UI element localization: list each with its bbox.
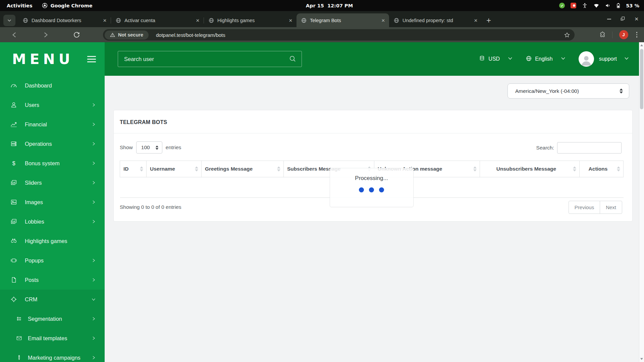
sidebar-item-bonus-system[interactable]: $ Bonus system — [0, 154, 105, 173]
tab-close-icon[interactable]: ✕ — [289, 18, 292, 23]
tab-close-icon[interactable]: ✕ — [103, 18, 107, 23]
browser-menu-icon[interactable] — [635, 32, 639, 38]
sidebar-item-lobbies[interactable]: Lobbies — [0, 212, 105, 231]
sidebar-item-label: Operations — [25, 141, 52, 147]
sidebar-item-dashboard[interactable]: Dashboard — [0, 76, 105, 95]
scroll-up-icon[interactable] — [640, 44, 643, 46]
profile-avatar[interactable]: J — [619, 30, 628, 39]
target-icon — [10, 296, 17, 303]
sort-icon — [277, 167, 280, 172]
minimize-icon[interactable] — [607, 19, 611, 19]
battery-icon — [616, 3, 620, 8]
tab-close-icon[interactable]: ✕ — [381, 18, 385, 23]
sidebar-item-label: Users — [25, 102, 39, 108]
column-header-unsubscribers-message[interactable]: Unsubscribers Message — [480, 161, 580, 177]
security-label: Not secure — [118, 32, 143, 38]
header-right: USD English support — [479, 42, 629, 76]
sort-icon — [195, 167, 198, 172]
app-header: USD English support — [105, 42, 644, 76]
image-icon — [10, 198, 17, 206]
sidebar-item-label: Financial — [25, 121, 47, 128]
hamburger-icon[interactable] — [87, 56, 96, 62]
clock[interactable]: Apr 15 12:07 PM — [306, 3, 353, 8]
battery-percent-label: 53 % — [626, 3, 639, 8]
loading-dots-icon — [330, 187, 413, 192]
search-user-input[interactable] — [118, 51, 302, 67]
table-search-control: Search: — [536, 142, 622, 154]
back-icon[interactable] — [11, 31, 18, 39]
search-icon[interactable] — [289, 55, 297, 64]
sidebar-item-sliders[interactable]: Sliders — [0, 173, 105, 192]
sidebar-item-label: Popups — [25, 257, 44, 264]
currency-selector[interactable]: USD — [479, 55, 513, 63]
column-header-greetings-message[interactable]: Greetings Message — [202, 161, 284, 177]
column-header-actions[interactable]: Actions — [580, 161, 624, 177]
sidebar-item-images[interactable]: Images — [0, 192, 105, 212]
sidebar-logo-row: MENU — [0, 42, 105, 76]
active-app-menu[interactable]: Google Chrome — [42, 3, 93, 8]
globe-favicon — [116, 18, 121, 23]
page-length-select[interactable]: 100 — [136, 141, 162, 154]
sidebar-item-email-templates[interactable]: Email templates — [0, 328, 105, 348]
restore-icon[interactable] — [621, 16, 625, 22]
timezone-select[interactable]: America/New_York (-04:00) — [507, 83, 629, 99]
app-logo[interactable]: MENU — [12, 51, 74, 67]
tab-highlights-games[interactable]: Highlights games ✕ — [204, 13, 297, 27]
extensions-icon[interactable] — [599, 31, 605, 39]
reload-icon[interactable] — [73, 31, 80, 38]
sidebar-item-posts[interactable]: Posts — [0, 270, 105, 290]
tab-close-icon[interactable]: ✕ — [474, 18, 478, 23]
forward-icon[interactable] — [42, 31, 49, 39]
scrollbar-thumb[interactable] — [640, 49, 643, 109]
previous-button[interactable]: Previous — [569, 201, 600, 214]
sidebar-item-financial[interactable]: Financial — [0, 115, 105, 134]
page-scrollbar[interactable] — [639, 42, 644, 362]
tab-telegram-bots-active[interactable]: Telegram Bots ✕ — [297, 13, 389, 27]
tab-activar-cuenta[interactable]: Activar cuenta ✕ — [111, 13, 204, 27]
screen: Activities Google Chrome Apr 15 12:07 PM — [0, 0, 644, 362]
user-menu[interactable]: support — [579, 51, 629, 67]
sidebar-item-label: Segmentation — [28, 316, 62, 322]
sidebar-item-segmentation[interactable]: Segmentation — [0, 309, 105, 328]
sidebar-item-users[interactable]: Users — [0, 95, 105, 115]
tab-title: Undefined property: std — [402, 18, 471, 23]
column-header-username[interactable]: Username — [147, 161, 202, 177]
chevron-right-icon — [91, 200, 96, 204]
activities-button[interactable]: Activities — [7, 3, 33, 8]
sidebar-item-label: Dashboard — [25, 82, 52, 89]
page-length-value: 100 — [141, 144, 150, 150]
sidebar-item-highlights-games[interactable]: Highlights games — [0, 231, 105, 251]
chevron-right-icon — [91, 316, 96, 321]
close-icon[interactable]: ✕ — [634, 16, 639, 22]
sidebar-item-popups[interactable]: Popups — [0, 251, 105, 270]
not-secure-chip[interactable]: Not secure — [105, 31, 149, 40]
globe-icon — [526, 55, 532, 63]
column-header-id[interactable]: ID — [120, 161, 147, 177]
sidebar-item-operations[interactable]: Operations — [0, 134, 105, 154]
tab-undefined-property[interactable]: Undefined property: std ✕ — [389, 13, 482, 27]
chevron-down-icon — [91, 297, 96, 302]
sidebar-item-label: Sliders — [25, 180, 42, 186]
sidebar-item-crm[interactable]: CRM — [0, 290, 105, 309]
table-search-input[interactable] — [557, 142, 622, 154]
entries-label: entries — [166, 144, 181, 150]
next-button[interactable]: Next — [600, 201, 622, 214]
language-selector[interactable]: English — [526, 55, 566, 63]
recorder-indicator-icon — [571, 3, 576, 8]
bookmark-star-icon[interactable] — [564, 32, 570, 38]
new-tab-button[interactable]: + — [486, 15, 491, 25]
address-bar[interactable]: Not secure dotpanel.test/bot-telegram/bo… — [103, 29, 575, 41]
chevron-right-icon — [91, 258, 96, 263]
chevron-down-icon — [624, 56, 629, 62]
tab-dashboard-dotworkers[interactable]: Dashboard Dotworkers ✕ — [18, 13, 111, 27]
sidebar: MENU Dashboard Users Financial — [0, 42, 105, 362]
chevron-right-icon — [91, 336, 96, 341]
tab-search-button[interactable] — [3, 15, 15, 26]
tab-close-icon[interactable]: ✕ — [196, 18, 200, 23]
dollar-icon: $ — [10, 160, 17, 167]
url-text[interactable]: dotpanel.test/bot-telegram/bots — [156, 32, 225, 38]
wifi-icon — [593, 3, 599, 8]
sidebar-item-marketing-campaigns[interactable]: Marketing campaigns — [0, 348, 105, 362]
scroll-down-icon[interactable] — [640, 358, 643, 360]
system-tray[interactable]: 53 % — [559, 0, 644, 11]
